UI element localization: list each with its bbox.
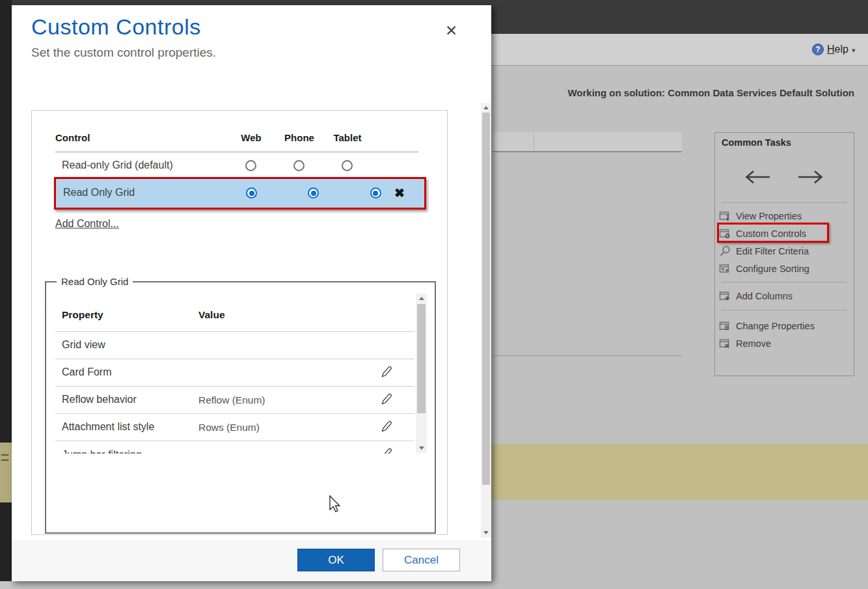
scroll-up-icon[interactable]: [481, 103, 491, 113]
chevron-down-icon: ▾: [852, 45, 856, 55]
edge-mark: [1, 454, 8, 456]
task-add-columns[interactable]: Add Columns: [719, 287, 849, 305]
view-properties-icon: [719, 210, 731, 222]
page-edge-bottom: [0, 581, 12, 589]
move-right-arrow-icon[interactable]: [796, 168, 826, 186]
dialog-subtitle: Set the custom control properties.: [31, 46, 216, 60]
column-header-web: Web: [241, 132, 261, 143]
control-name: Read Only Grid: [63, 187, 135, 199]
edit-pencil-icon[interactable]: [379, 365, 394, 379]
add-control-link[interactable]: Add Control...: [55, 218, 119, 230]
task-label: View Properties: [736, 211, 802, 221]
scrollbar-thumb[interactable]: [482, 113, 490, 485]
column-header-phone: Phone: [284, 132, 314, 143]
help-question-icon: ?: [812, 44, 824, 55]
edit-pencil-icon[interactable]: [379, 392, 394, 407]
dialog-footer: OK Cancel: [12, 540, 491, 581]
task-configure-sorting[interactable]: Configure Sorting: [719, 260, 849, 277]
task-edit-filter-criteria[interactable]: Edit Filter Criteria: [719, 242, 849, 260]
background-grid-area: [493, 152, 682, 356]
column-header-tablet: Tablet: [333, 132, 361, 143]
property-value: Reflow (Enum): [198, 394, 265, 406]
dialog-title: Custom Controls: [31, 14, 201, 40]
property-table-scrollbar[interactable]: [416, 294, 427, 453]
dialog-scrollbar[interactable]: [481, 103, 491, 538]
common-tasks-panel: Common Tasks View Properties Custom Cont…: [714, 132, 854, 376]
property-name: Grid view: [62, 339, 105, 351]
add-columns-icon: [719, 290, 731, 302]
divider: [722, 202, 847, 203]
scroll-down-icon[interactable]: [481, 528, 491, 538]
property-group: Read Only Grid Property Value Grid view …: [45, 281, 436, 534]
custom-controls-icon: [719, 228, 731, 240]
task-label: Configure Sorting: [736, 264, 809, 274]
column-header-value: Value: [198, 309, 225, 321]
change-properties-icon: [719, 320, 731, 332]
divider: [722, 310, 847, 310]
property-table: Property Value Grid view Card Form: [55, 294, 414, 454]
delete-control-icon[interactable]: ✖: [394, 185, 405, 200]
property-row: Attachment list style Rows (Enum): [55, 413, 414, 441]
screen: ? Help ▾ Working on solution: Common Dat…: [0, 0, 868, 589]
task-custom-controls[interactable]: Custom Controls: [719, 225, 849, 242]
property-table-header: Property Value: [55, 294, 414, 331]
property-name: Attachment list style: [62, 421, 154, 433]
task-label: Add Columns: [736, 291, 793, 301]
status-band-edge: [0, 443, 12, 502]
edit-pencil-icon[interactable]: [379, 447, 394, 454]
column-header-property: Property: [62, 309, 103, 321]
cancel-button[interactable]: Cancel: [383, 549, 460, 571]
configure-sorting-icon: [719, 263, 731, 275]
help-menu[interactable]: ? Help ▾: [812, 41, 855, 58]
task-label: Remove: [736, 338, 771, 349]
divider: [55, 152, 418, 152]
edit-pencil-icon[interactable]: [379, 420, 394, 434]
property-name: Jump bar filtering: [62, 449, 142, 454]
property-row: Grid view: [55, 331, 414, 359]
task-label: Custom Controls: [736, 228, 806, 239]
property-row: Reflow behavior Reflow (Enum): [55, 386, 414, 413]
working-on-solution-label: Working on solution: Common Data Service…: [567, 87, 854, 98]
page-left-edge: [0, 0, 12, 589]
property-name: Card Form: [62, 366, 111, 378]
task-label: Edit Filter Criteria: [736, 246, 809, 256]
task-change-properties[interactable]: Change Properties: [719, 317, 849, 335]
radio-tablet-default[interactable]: [342, 160, 353, 171]
radio-web-selected[interactable]: [246, 187, 257, 199]
radio-phone-default[interactable]: [293, 160, 305, 171]
property-value: Rows (Enum): [198, 422, 260, 433]
divider: [722, 282, 847, 282]
grid-header-divider: [534, 135, 534, 150]
status-band: [491, 444, 868, 500]
task-remove[interactable]: Remove: [719, 335, 849, 352]
scrollbar-thumb[interactable]: [417, 304, 426, 413]
radio-web-default[interactable]: [245, 160, 256, 171]
common-tasks-title: Common Tasks: [722, 137, 791, 148]
custom-controls-dialog: Custom Controls Set the custom control p…: [12, 5, 491, 581]
edit-filter-criteria-icon: [719, 245, 731, 257]
controls-section: Control Web Phone Tablet Read-only Grid …: [31, 110, 448, 535]
ok-button[interactable]: OK: [297, 549, 375, 571]
property-row: Card Form: [55, 359, 414, 386]
edge-mark: [1, 459, 8, 461]
column-header-control: Control: [55, 132, 90, 143]
move-left-arrow-icon[interactable]: [742, 168, 772, 186]
task-label: Change Properties: [736, 321, 815, 331]
property-group-legend: Read Only Grid: [57, 276, 133, 287]
property-name: Reflow behavior: [62, 394, 137, 405]
help-menu-label: Help: [827, 44, 848, 55]
table-row: Read-only Grid (default): [32, 156, 448, 176]
background-grid-header: [493, 132, 682, 152]
remove-icon: [719, 338, 731, 349]
control-name: Read-only Grid (default): [62, 159, 173, 171]
radio-phone-selected[interactable]: [308, 187, 319, 199]
close-icon[interactable]: ✕: [442, 20, 460, 42]
radio-tablet-selected[interactable]: [370, 187, 381, 199]
property-row-clipped: Jump bar filtering: [55, 441, 414, 454]
scroll-down-icon[interactable]: [416, 443, 427, 453]
table-row-selected[interactable]: Read Only Grid ✖: [54, 177, 426, 210]
scroll-up-icon[interactable]: [416, 294, 427, 303]
task-view-properties[interactable]: View Properties: [719, 207, 849, 225]
